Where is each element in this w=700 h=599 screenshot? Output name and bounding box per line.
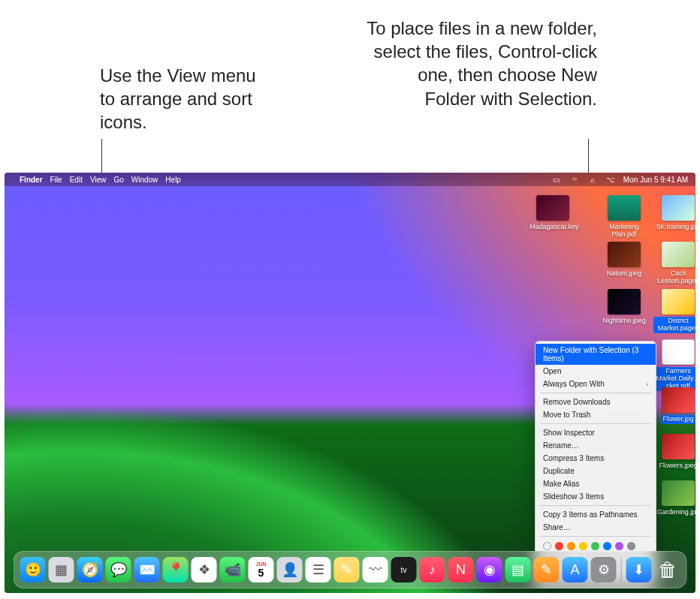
desktop-file-flowers-jpeg[interactable]: Flowers.jpeg (653, 434, 695, 471)
dock: 🙂▦🧭💬✉️📍❖📹JUN5👤☰✎〰tv♪N◉▤✎A⚙⬇🗑 (14, 551, 687, 588)
tag-color-dot[interactable] (603, 542, 611, 550)
tag-color-dot[interactable] (543, 542, 551, 550)
dock-app-numbers[interactable]: ▤ (505, 557, 531, 582)
context-item-label: Remove Downloads (543, 398, 611, 406)
file-thumbnail (536, 195, 569, 221)
context-tags-row (536, 539, 656, 552)
dock-trash[interactable]: 🗑 (655, 557, 680, 582)
file-label: Nighttime.jpeg (601, 317, 647, 326)
context-item-remove-downloads[interactable]: Remove Downloads (536, 396, 656, 408)
context-item-new-folder-with-selection-3-items-[interactable]: New Folder with Selection (3 Items) (536, 344, 656, 365)
file-label: Nature.jpeg (605, 269, 644, 278)
context-item-share-[interactable]: Share… (536, 521, 656, 534)
dock-app-news[interactable]: N (448, 557, 474, 582)
tag-color-dot[interactable] (555, 542, 563, 550)
context-separator (540, 393, 651, 393)
context-item-make-alias[interactable]: Make Alias (536, 477, 656, 490)
context-item-label: Duplicate (543, 467, 575, 475)
file-label: Madagascar.key (528, 223, 581, 232)
file-label: Gardening.jpg (656, 508, 695, 517)
context-item-rename-[interactable]: Rename… (536, 439, 656, 452)
dock-app-facetime[interactable]: 📹 (220, 557, 246, 582)
context-item-label: Open (543, 367, 561, 375)
chevron-right-icon: › (646, 381, 648, 388)
desktop-file-madagascar-key[interactable]: Madagascar.key (528, 195, 578, 232)
menu-view[interactable]: View (90, 176, 107, 184)
dock-app-finder[interactable]: 🙂 (20, 557, 46, 582)
desktop-file-nature-jpeg[interactable]: Nature.jpeg (599, 242, 649, 278)
caption-new-folder: To place files in a new folder, select t… (364, 17, 597, 110)
context-item-duplicate[interactable]: Duplicate (536, 465, 656, 477)
context-item-label: Copy 3 Items as Pathnames (543, 510, 638, 519)
tag-color-dot[interactable] (591, 542, 599, 550)
dock-app-contacts[interactable]: 👤 (277, 557, 303, 582)
file-thumbnail (608, 289, 641, 315)
desktop-file-gardening-jpg[interactable]: Gardening.jpg (653, 480, 695, 517)
context-item-move-to-trash[interactable]: Move to Trash (536, 408, 656, 421)
file-label: Flower.jpg (661, 415, 695, 424)
file-label: District Market.pages (653, 317, 695, 333)
caption-view-menu: Use the View menu to arrange and sort ic… (100, 64, 273, 134)
menu-edit[interactable]: Edit (70, 176, 83, 184)
context-item-label: Rename… (543, 441, 579, 450)
context-separator (540, 536, 651, 537)
menu-go[interactable]: Go (113, 176, 123, 184)
menubar-clock[interactable]: Mon Jun 5 9:41 AM (623, 176, 688, 184)
tag-color-dot[interactable] (627, 542, 635, 550)
context-item-copy-3-items-as-pathnames[interactable]: Copy 3 Items as Pathnames (536, 508, 656, 521)
desktop-file-farmers-market-daily-cket-pdf[interactable]: Farmers Market Daily…cket.pdf (653, 339, 695, 391)
desktop-file-marketing-plan-pdf[interactable]: Marketing Plan.pdf (599, 195, 649, 239)
dock-app-podcasts[interactable]: ◉ (477, 557, 502, 582)
desktop-file-5k-training-jpg[interactable]: 5K training.jpg (653, 195, 695, 232)
dock-app-mail[interactable]: ✉️ (134, 557, 160, 582)
dock-app-reminders[interactable]: ☰ (306, 557, 331, 582)
context-item-compress-3-items[interactable]: Compress 3 Items (536, 452, 656, 465)
tag-color-dot[interactable] (615, 542, 623, 550)
file-label: 5K training.jpg (655, 223, 695, 232)
menu-file[interactable]: File (50, 176, 62, 184)
context-item-slideshow-3-items[interactable]: Slideshow 3 Items (536, 490, 656, 503)
file-thumbnail (662, 480, 695, 506)
spotlight-icon[interactable]: ⌕ (587, 176, 598, 184)
context-item-label: Slideshow 3 Items (543, 492, 604, 501)
tag-color-dot[interactable] (579, 542, 587, 550)
app-menu-finder[interactable]: Finder (20, 176, 43, 184)
desktop-file-flower-jpg[interactable]: Flower.jpg (653, 387, 695, 424)
dock-app-launchpad[interactable]: ▦ (49, 557, 74, 582)
desktop-file-nighttime-jpeg[interactable]: Nighttime.jpeg (599, 289, 649, 326)
context-item-always-open-with[interactable]: Always Open With› (536, 378, 656, 390)
dock-downloads[interactable]: ⬇ (626, 557, 652, 582)
dock-app-calendar[interactable]: JUN5 (249, 557, 274, 582)
dock-app-pages[interactable]: ✎ (534, 557, 560, 582)
desktop-file-district-market-pages[interactable]: District Market.pages (653, 289, 695, 333)
file-thumbnail (662, 339, 695, 365)
file-thumbnail (608, 195, 641, 221)
dock-app-tv[interactable]: tv (391, 557, 417, 582)
context-menu: New Folder with Selection (3 Items)OpenA… (535, 341, 656, 585)
dock-app-maps[interactable]: 📍 (163, 557, 189, 582)
context-item-show-inspector[interactable]: Show Inspector (536, 426, 656, 439)
file-thumbnail (662, 387, 695, 413)
dock-app-photos[interactable]: ❖ (192, 557, 217, 582)
dock-app-music[interactable]: ♪ (420, 557, 445, 582)
dock-app-messages[interactable]: 💬 (106, 557, 131, 582)
context-item-label: Share… (543, 523, 571, 531)
context-separator (540, 505, 651, 506)
context-item-label: Show Inspector (543, 429, 595, 437)
control-center-icon[interactable]: ⌥ (605, 176, 616, 184)
dock-app-system-settings[interactable]: ⚙ (591, 557, 617, 582)
dock-app-safari[interactable]: 🧭 (77, 557, 103, 582)
tag-color-dot[interactable] (567, 542, 575, 550)
file-thumbnail (662, 195, 695, 221)
dock-app-freeform[interactable]: 〰 (363, 557, 388, 582)
desktop-file-cacti-lesson-pages[interactable]: Cacti Lesson.pages (653, 242, 695, 286)
dock-app-notes[interactable]: ✎ (334, 557, 360, 582)
battery-icon[interactable]: ▭ (551, 176, 562, 184)
menu-help[interactable]: Help (165, 176, 181, 184)
wifi-icon[interactable]: ⌔ (569, 176, 580, 184)
menu-window[interactable]: Window (131, 176, 158, 184)
file-label: Cacti Lesson.pages (653, 269, 695, 286)
context-item-open[interactable]: Open (536, 365, 656, 378)
dock-app-app-store[interactable]: A (563, 557, 588, 582)
file-label: Marketing Plan.pdf (599, 223, 649, 239)
